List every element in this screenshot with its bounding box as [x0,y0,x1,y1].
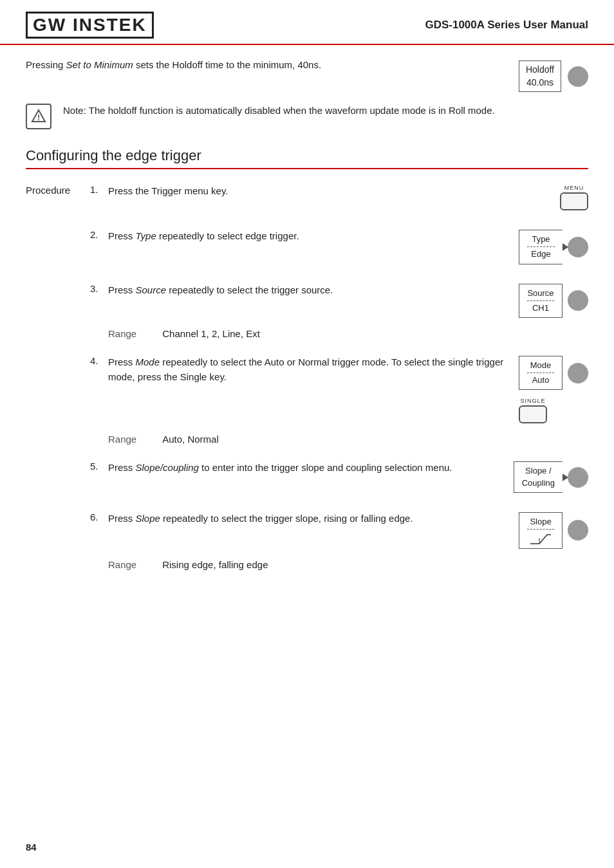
step-6-range-row: Range Rising edge, falling edge [90,559,588,570]
page-content: Pressing Set to Minimum sets the Holdoff… [0,45,614,605]
menu-key-label: MENU [564,185,584,191]
step-4-range-row: Range Auto, Normal [90,434,588,445]
holdoff-label: Holdoff [526,64,554,77]
step-6-widget: Slope [519,512,588,549]
slope-lcd: Slope [519,512,563,549]
step-3-range-value: Channel 1, 2, Line, Ext [162,328,260,339]
section-heading: Configuring the edge trigger [26,147,588,164]
steps-block: 1. Press the Trigger menu key. MENU 2. P… [90,183,588,586]
holdoff-value: 40.0ns [526,77,554,89]
slope-coupling-lcd: Slope / Coupling [514,461,563,492]
holdoff-circle-button[interactable] [568,66,588,87]
intro-set-to-minimum: Set to Minimum [66,59,133,70]
source-circle-button[interactable] [568,290,588,311]
edge-label: Edge [527,246,555,260]
intro-paragraph: Pressing Set to Minimum sets the Holdoff… [26,58,506,73]
procedure-label: Procedure [26,183,90,586]
slope-coupling-circle-button[interactable] [568,467,588,488]
intro-rest-text: sets the Holdoff time to the minimum, 40… [133,59,321,70]
step-3-num: 3. [90,282,108,294]
step-4-widget: Mode Auto SINGLE [519,356,588,423]
mode-circle-button[interactable] [568,363,588,383]
step-4-range-value: Auto, Normal [162,434,219,445]
step-6-row: 6. Press Slope repeatedly to select the … [90,511,588,549]
page-header: GW INSTEK GDS-1000A Series User Manual [0,0,614,45]
single-key-label: SINGLE [520,398,545,404]
step-6-range-label: Range [108,559,136,570]
step-5-num: 5. [90,460,108,472]
step-4-range-label: Range [108,434,136,445]
slope-circle-button[interactable] [568,520,588,540]
section-divider [26,168,588,169]
menu-key-widget: MENU [560,185,588,210]
type-edge-circle-button[interactable] [568,237,588,257]
slope-rising-icon [529,532,552,545]
page-number: 84 [26,842,37,853]
type-edge-lcd: Type Edge [519,230,563,264]
type-label: Type [527,234,555,245]
step-6-text: Press Slope repeatedly to select the tri… [108,511,519,526]
holdoff-box: Holdoff 40.0ns [519,60,561,92]
step-1-text: Press the Trigger menu key. [108,183,560,198]
step-3-row: 3. Press Source repeatedly to select the… [90,282,588,318]
step-2-num: 2. [90,228,108,240]
intro-text-block: Pressing Set to Minimum sets the Holdoff… [26,58,506,73]
step-4-row: 4. Press Mode repeatedly to select the A… [90,355,588,423]
step-1-row: 1. Press the Trigger menu key. MENU [90,183,588,210]
step-1-num: 1. [90,183,108,195]
step-5-text: Press Slope/coupling to enter into the t… [108,460,514,475]
single-key-widget: SINGLE [519,398,547,423]
slope-label: Slope [527,516,554,528]
coupling-label: Coupling [522,477,555,489]
step-6-num: 6. [90,511,108,522]
logo: GW INSTEK [26,12,154,39]
menu-key-box[interactable] [560,192,588,210]
intro-pressing: Pressing [26,59,66,70]
svg-text:!: ! [37,113,40,122]
step-5-row: 5. Press Slope/coupling to enter into th… [90,460,588,492]
procedure-container: Procedure 1. Press the Trigger menu key.… [26,183,588,586]
holdoff-widget: Holdoff 40.0ns [519,60,588,92]
step-4-num: 4. [90,355,108,366]
step-3-range-label: Range [108,328,136,339]
step-6-range-value: Rising edge, falling edge [162,559,268,570]
step-4-text: Press Mode repeatedly to select the Auto… [108,355,519,385]
step-3-range-row: Range Channel 1, 2, Line, Ext [90,328,588,339]
intro-box: Pressing Set to Minimum sets the Holdoff… [26,58,588,92]
logo-text: GW INSTEK [33,15,147,35]
step-1-widget: MENU [560,185,588,210]
warning-box: ! Note: The holdoff function is automati… [26,104,588,129]
exclamation-triangle-icon: ! [31,109,46,124]
manual-title: GDS-1000A Series User Manual [425,19,588,32]
step-3-widget: Source CH1 [519,284,588,318]
step-3-text: Press Source repeatedly to select the tr… [108,282,519,297]
warning-icon: ! [26,104,51,129]
step-2-row: 2. Press Type repeatedly to select edge … [90,228,588,264]
mode-label: Mode [527,360,554,371]
source-ch1-lcd: Source CH1 [519,284,563,318]
slope-slash-label: Slope / [522,465,555,477]
step-2-text: Press Type repeatedly to select edge tri… [108,228,519,243]
auto-label: Auto [527,373,554,386]
warning-text: Note: The holdoff function is automatica… [63,104,495,118]
single-key-box[interactable] [519,405,547,423]
step-2-widget: Type Edge [519,230,588,264]
source-label: Source [527,288,554,299]
step-5-widget: Slope / Coupling [514,461,588,492]
mode-auto-lcd: Mode Auto [519,356,563,390]
ch1-label: CH1 [527,300,554,314]
